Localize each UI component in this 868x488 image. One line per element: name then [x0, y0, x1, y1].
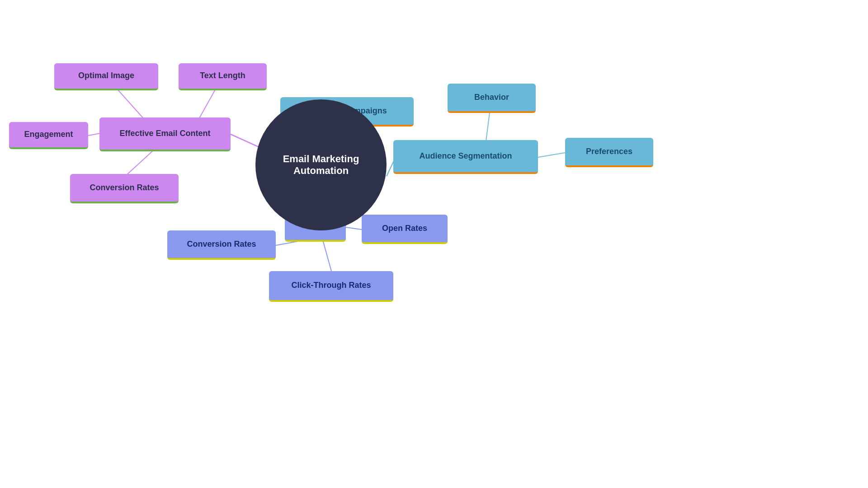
click-through-rates-label: Click-Through Rates — [283, 275, 379, 296]
conversion-rates-bottom-label: Conversion Rates — [179, 234, 264, 255]
conversion-rates-left-label: Conversion Rates — [81, 178, 167, 198]
node-effective-email-content[interactable]: Effective Email Content — [99, 117, 231, 151]
effective-email-content-label: Effective Email Content — [111, 123, 218, 144]
optimal-image-label: Optimal Image — [70, 66, 142, 86]
node-behavior[interactable]: Behavior — [448, 84, 536, 113]
svg-line-3 — [88, 133, 100, 136]
center-node: Email Marketing Automation — [255, 99, 387, 230]
center-label: Email Marketing Automation — [255, 153, 387, 177]
open-rates-label: Open Rates — [374, 218, 435, 239]
engagement-label: Engagement — [16, 124, 81, 145]
behavior-label: Behavior — [466, 87, 517, 108]
node-optimal-image[interactable]: Optimal Image — [54, 63, 158, 90]
node-open-rates[interactable]: Open Rates — [362, 215, 448, 244]
node-engagement[interactable]: Engagement — [9, 122, 88, 149]
node-audience-segmentation[interactable]: Audience Segmentation — [393, 140, 538, 174]
node-conversion-rates-left[interactable]: Conversion Rates — [70, 174, 179, 203]
text-length-label: Text Length — [192, 66, 254, 86]
node-text-length[interactable]: Text Length — [179, 63, 267, 90]
svg-line-8 — [538, 153, 565, 157]
node-conversion-rates-bottom[interactable]: Conversion Rates — [167, 230, 276, 260]
preferences-label: Preferences — [578, 141, 641, 162]
svg-line-12 — [323, 242, 331, 271]
svg-line-4 — [127, 150, 154, 175]
node-preferences[interactable]: Preferences — [565, 138, 653, 167]
node-click-through-rates[interactable]: Click-Through Rates — [269, 271, 393, 302]
audience-segmentation-label: Audience Segmentation — [411, 146, 520, 167]
svg-line-10 — [346, 227, 362, 230]
